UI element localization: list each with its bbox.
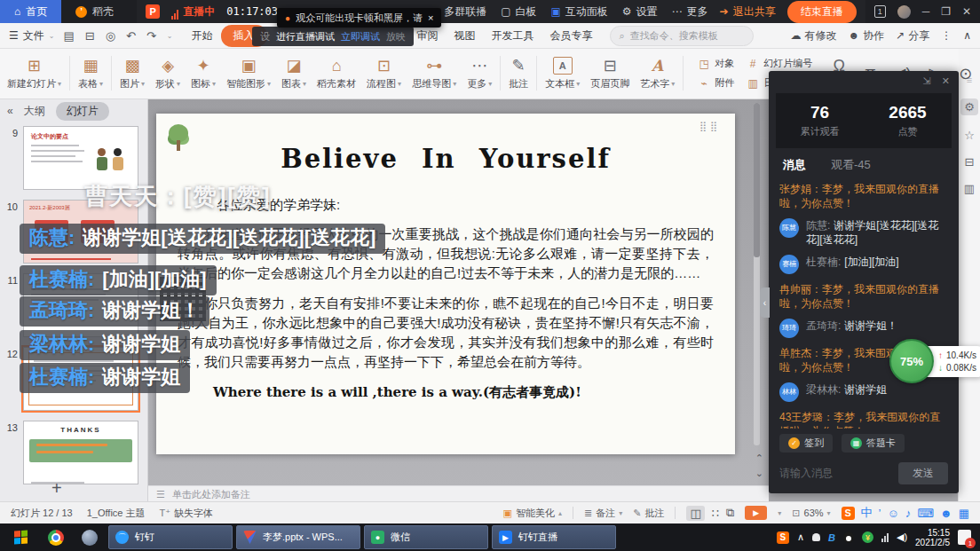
live-menu-interaction[interactable]: ▣互动面板 xyxy=(550,4,607,20)
ribbon-textbox-button[interactable]: A文本框▾ xyxy=(540,48,585,98)
ribbon-smartart-button[interactable]: ▣智能图形▾ xyxy=(221,48,276,98)
layout-panel-icon[interactable]: ▥ xyxy=(964,182,975,195)
tab-messages[interactable]: 消息 xyxy=(783,157,806,173)
notes-toggle[interactable]: ≣ 备注 ▾ xyxy=(584,507,622,520)
slideshow-play-button[interactable]: ▶ xyxy=(745,506,767,520)
tray-expand-icon[interactable]: ∧ xyxy=(797,531,804,543)
live-menu-gear[interactable]: ⚙设置 xyxy=(622,4,658,20)
ribbon-wordart-button[interactable]: A艺术字▾ xyxy=(635,48,680,98)
ribbon-header-footer-button[interactable]: ⊟页眉页脚 xyxy=(585,48,635,98)
smart-beautify-button[interactable]: ▣ 智能美化 ▴ xyxy=(503,507,562,520)
doc-count-badge[interactable]: 1 xyxy=(874,5,886,18)
share-button[interactable]: ↗分享 xyxy=(896,28,929,43)
sogou-icon[interactable]: S xyxy=(842,507,855,520)
ribbon-docer-button[interactable]: ⌂稻壳素材 xyxy=(312,48,361,98)
action-center-icon[interactable]: 1 xyxy=(958,530,971,545)
notes-bar[interactable]: ☰ 单击此处添加备注 xyxy=(147,485,769,502)
tab-slides[interactable]: 幻灯片 xyxy=(56,102,109,121)
slide-thumbnail-13[interactable]: 13 THANKS xyxy=(0,421,147,484)
ribbon-table-button[interactable]: ▦表格▾ xyxy=(73,48,108,98)
screen-record-icon[interactable]: ⊙ xyxy=(959,64,972,83)
panel-collapse-tab[interactable]: ‹ xyxy=(760,287,770,318)
ribbon-flowchart-button[interactable]: ⊡流程图▾ xyxy=(361,48,407,98)
ime-skin-icon[interactable]: ☻ xyxy=(940,507,952,520)
star-icon[interactable]: ☆ xyxy=(964,129,975,142)
zoom-control[interactable]: ⊡ 63% ▾ xyxy=(792,508,830,519)
tab-viewers[interactable]: 观看-45 xyxy=(831,157,871,173)
missing-font[interactable]: T⁺ 缺失字体 xyxy=(160,507,214,520)
thumbnail-image[interactable]: THANKS xyxy=(23,421,138,484)
notification-bell-icon[interactable] xyxy=(812,533,820,541)
tray-clock[interactable]: 15:15 2021/2/5 xyxy=(915,528,950,547)
ime-punct-icon[interactable]: ’ xyxy=(879,507,881,520)
menu-home[interactable]: 开始 xyxy=(184,26,221,46)
menu-item[interactable]: 会员专享 xyxy=(542,26,601,46)
play-options-icon[interactable]: ▾ xyxy=(778,509,781,517)
taskbar-app-wps[interactable]: 李梦.pptx - WPS... xyxy=(236,525,360,549)
panel-close-icon[interactable]: ✕ xyxy=(942,75,950,91)
slide-quote[interactable]: Where there is a will ,there is a way.(有… xyxy=(213,384,735,401)
theme-name[interactable]: 1_Office 主题 xyxy=(87,507,146,520)
vertical-scrollbar[interactable] xyxy=(754,103,760,445)
start-button[interactable] xyxy=(4,523,37,551)
end-live-button[interactable]: 结束直播 xyxy=(787,1,857,23)
normal-view-icon[interactable]: ◫ xyxy=(686,506,704,521)
ime-lang-icon[interactable]: 中 xyxy=(861,505,873,521)
exit-share-button[interactable]: ➔ 退出共享 xyxy=(720,4,776,20)
collaborate-button[interactable]: ☻协作 xyxy=(849,28,885,43)
ribbon-attach-button[interactable]: ⌁附件 xyxy=(698,76,734,90)
chrome-icon[interactable] xyxy=(48,530,64,546)
tab-outline[interactable]: 大纲 xyxy=(24,104,45,119)
file-menu[interactable]: ☰ 文件 ⌄ xyxy=(9,28,54,43)
add-slide-button[interactable]: + xyxy=(51,478,62,499)
ime-toolbox-icon[interactable]: ▦ xyxy=(959,507,969,520)
ribbon-mindmap-button[interactable]: ⊶思维导图▾ xyxy=(407,48,462,98)
undo-icon[interactable]: ↶ xyxy=(126,29,136,43)
menu-item[interactable]: 审阅 xyxy=(409,26,447,46)
collapse-panel-icon[interactable]: « xyxy=(7,105,13,117)
ribbon-object-button[interactable]: ◳对象 xyxy=(698,57,734,70)
next-slide-button[interactable]: ⌄ xyxy=(755,468,763,479)
send-button[interactable]: 发送 xyxy=(898,462,948,484)
ribbon-picture-button[interactable]: ▩图片▾ xyxy=(115,48,150,98)
more-options-icon[interactable]: ⋮ xyxy=(941,29,952,42)
print-preview-icon[interactable]: ◎ xyxy=(106,29,115,43)
close-button[interactable]: ✕ xyxy=(962,5,971,18)
panel-collapse-icon[interactable]: ⇲ xyxy=(923,75,931,91)
slide-page[interactable]: ⣿⣿ Believe In Yourself 各位亲爱的学弟学妹: 我知道你们正… xyxy=(156,114,735,454)
debug-now-link[interactable]: 立即调试 xyxy=(341,30,380,43)
browser-icon[interactable] xyxy=(82,530,98,546)
redo-icon[interactable]: ↷ xyxy=(146,29,156,43)
ribbon-icons-button[interactable]: ✦图标▾ xyxy=(186,48,221,98)
ribbon-new-slide-button[interactable]: ⊞新建幻灯片▾ xyxy=(2,48,67,98)
antivirus-icon[interactable]: ¥ xyxy=(862,531,873,543)
taskbar-app-ding[interactable]: ⌒钉钉 xyxy=(108,525,233,549)
comments-toggle[interactable]: ✎ 批注 xyxy=(633,507,664,520)
toast-close-icon[interactable]: × xyxy=(428,12,433,23)
ribbon-comment-button[interactable]: ✎批注 xyxy=(503,48,533,98)
menu-item[interactable]: 视图 xyxy=(447,26,484,46)
collapse-ribbon-icon[interactable]: ∧ xyxy=(963,29,971,42)
ime-keyboard-icon[interactable]: ⌨ xyxy=(917,507,934,520)
reading-view-icon[interactable]: ⧉ xyxy=(726,506,734,520)
minimize-button[interactable]: ─ xyxy=(922,5,930,18)
chat-message-list[interactable]: 张梦娟：李梦，我来围观你的直播啦，为你点赞！陈慧陈慧:谢谢学姐[送花花][送花花… xyxy=(769,179,959,429)
live-menu-ellipsis[interactable]: ⋯更多 xyxy=(672,4,708,20)
ribbon-shapes-button[interactable]: ◈形状▾ xyxy=(150,48,186,98)
drag-handle-icon[interactable]: ⣿⣿ xyxy=(699,121,721,132)
network-signal-icon[interactable] xyxy=(881,533,889,542)
properties-icon[interactable]: ⚙ xyxy=(960,98,978,115)
sorter-view-icon[interactable]: ∷ xyxy=(712,507,719,520)
modified-status[interactable]: ☁有修改 xyxy=(791,28,837,43)
menu-item[interactable]: 开发工具 xyxy=(484,26,542,46)
live-menu-whiteboard[interactable]: ▢白板 xyxy=(501,4,536,20)
qq-icon[interactable] xyxy=(843,531,854,543)
quick-toolbar-more-icon[interactable]: ⌄ xyxy=(167,32,173,40)
ribbon-more-button[interactable]: ⋯更多▾ xyxy=(462,48,497,98)
sign-in-button[interactable]: ✓签到 xyxy=(779,434,833,453)
bluetooth-icon[interactable]: B xyxy=(828,532,835,543)
message-input[interactable]: 请输入消息 xyxy=(779,466,833,481)
account-avatar[interactable] xyxy=(897,5,911,19)
ime-voice-icon[interactable]: ♪ xyxy=(905,507,912,520)
taskbar-app-dlive[interactable]: ▶钉钉直播 xyxy=(492,525,616,549)
